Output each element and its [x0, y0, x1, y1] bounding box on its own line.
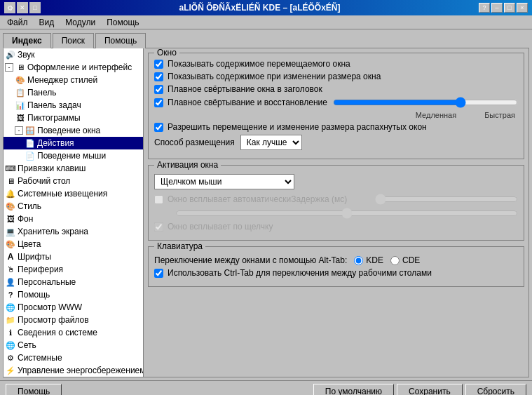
tree-item-sysinfo-label: Сведения о системе	[18, 328, 97, 337]
tree-item-screensaver[interactable]: 💻 Хранитель экрана	[4, 225, 143, 238]
tree-item-sysinfo[interactable]: ℹ Сведения о системе	[4, 326, 143, 339]
panel-icon: 📋	[15, 87, 26, 98]
tree-item-colors[interactable]: 🎨 Цвета	[4, 238, 143, 250]
tree-item-fileview[interactable]: 📁 Просмотр файлов	[4, 314, 143, 326]
minimize-btn[interactable]: –	[491, 3, 503, 13]
fonts-icon: A	[5, 251, 16, 262]
tree-item-personal[interactable]: 👤 Персональные	[4, 276, 143, 288]
menu-help[interactable]: Помощь	[102, 17, 143, 28]
tree-item-actions[interactable]: 📄 Действия	[4, 137, 143, 149]
tree-item-keybind[interactable]: ⌨ Привязки клавиш	[4, 162, 143, 175]
activation-select[interactable]: Щелчком мыши Наведением курсора При фоку…	[154, 174, 294, 189]
app-icon: ⚙	[4, 2, 15, 13]
sysnotify-icon: 🔔	[5, 188, 16, 199]
mousebehavior-icon: 📄	[25, 150, 36, 161]
checkbox-allow-move-max-label: Разрешить перемещение и изменение размер…	[168, 122, 427, 132]
tree-item-taskbar-label: Панель задач	[27, 100, 81, 110]
tree-item-bg[interactable]: 🖼 Фон	[4, 213, 143, 225]
second-slider-row	[154, 208, 518, 219]
checkbox-allow-move-max-input[interactable]	[154, 123, 163, 132]
checkbox-autofloat-input[interactable]	[154, 195, 163, 204]
radio-kde[interactable]	[354, 256, 363, 265]
radio-kde-text: KDE	[366, 255, 383, 265]
colors-icon: 🎨	[5, 239, 16, 250]
window-group-title: Окно	[154, 48, 179, 58]
checkbox-smooth-restore-input[interactable]	[154, 98, 163, 107]
alt-tab-label: Переключение между окнами с помощью Alt-…	[154, 255, 347, 265]
tree-item-power[interactable]: ⚡ Управление энергосбережением	[4, 364, 143, 377]
tree-item-periphery[interactable]: 🖱 Периферия	[4, 263, 143, 276]
delay-slider2	[175, 208, 518, 219]
smooth-slider-container	[333, 97, 518, 108]
checkbox-smooth-minimize-label: Плавное свёртывание окна в заголовок	[168, 84, 322, 94]
expand-winbehavior[interactable]: -	[15, 126, 23, 135]
help-btn[interactable]: ?	[479, 3, 490, 13]
tab-index[interactable]: Индекс	[3, 33, 51, 48]
radio-cde[interactable]	[390, 256, 400, 265]
checkbox-resize-content-input[interactable]	[154, 72, 163, 81]
close-btn[interactable]: ×	[517, 3, 528, 13]
help-button[interactable]: Помощь	[6, 384, 62, 395]
tree-item-winbehavior[interactable]: - 🪟 Поведение окна	[4, 124, 143, 137]
radio-cde-text: CDE	[402, 255, 420, 265]
tab-search[interactable]: Поиск	[53, 33, 94, 48]
checkbox-ctrl-tab-input[interactable]	[154, 269, 163, 278]
winbehavior-icon: 🪟	[25, 125, 36, 136]
delay-label-text: Задержка (мс)	[291, 194, 347, 204]
tab-help[interactable]: Помощь	[95, 33, 146, 48]
sysinfo-icon: ℹ	[5, 327, 16, 338]
tree-item-mousebehavior[interactable]: 📄 Поведение мыши	[4, 149, 143, 162]
menu-file[interactable]: Файл	[3, 17, 32, 28]
tab-bar: Индекс Поиск Помощь	[0, 29, 532, 48]
tree-item-actions-label: Действия	[37, 138, 74, 148]
checkbox-smooth-restore-label: Плавное свёртывание и восстановление	[168, 98, 327, 107]
icons-icon: 🖼	[15, 112, 26, 123]
checkbox-smooth-minimize-input[interactable]	[154, 85, 163, 94]
tree-item-desktop[interactable]: 🖥 Рабочий стол	[4, 175, 143, 187]
fileview-icon: 📁	[5, 314, 16, 326]
tree-item-panel[interactable]: 📋 Панель	[4, 86, 143, 99]
placement-select[interactable]: Как лучше Каскад Случайно	[240, 135, 302, 150]
checkbox-smooth-minimize: Плавное свёртывание окна в заголовок	[154, 84, 518, 94]
expand-decor[interactable]: -	[5, 63, 13, 72]
delay-label: Задержка (мс)	[291, 194, 347, 204]
maximize-btn[interactable]: □	[504, 3, 515, 13]
menu-view[interactable]: Вид	[35, 17, 59, 28]
tree-item-network[interactable]: 🌐 Сеть	[4, 339, 143, 352]
tree-item-style-label: Стиль	[18, 201, 41, 211]
system-icon: ⚙	[5, 352, 16, 363]
tree-item-fonts[interactable]: A Шрифты	[4, 250, 143, 263]
tree-item-style[interactable]: 🎨 Стиль	[4, 200, 143, 213]
tree-item-sound[interactable]: 🔊 Звук	[4, 48, 143, 61]
network-icon: 🌐	[5, 340, 16, 351]
icon2[interactable]: □	[29, 2, 41, 13]
tree-item-system[interactable]: ⚙ Системные	[4, 352, 143, 364]
close-icon-left[interactable]: ✕	[17, 2, 28, 13]
smooth-slider[interactable]	[333, 97, 518, 108]
default-button[interactable]: По умолчанию	[313, 384, 394, 395]
tree-item-sysnotify-label: Системные извещения	[18, 189, 107, 199]
sound-icon: 🔊	[5, 49, 16, 60]
checkbox-autofloat: Окно всплывает автоматически Задержка (м…	[154, 194, 518, 205]
checkbox-click-float: Окно всплывает по щелчку	[154, 222, 518, 232]
tree-item-styles[interactable]: 🎨 Менеджер стилей	[4, 74, 143, 86]
tree-item-icons[interactable]: 🖼 Пиктограммы	[4, 112, 143, 124]
checkbox-move-content: Показывать содержимое перемещаемого окна	[154, 59, 518, 69]
tree-item-sysnotify[interactable]: 🔔 Системные извещения	[4, 187, 143, 200]
tree-item-decor[interactable]: - 🖥 Оформление и интерфейс	[4, 61, 143, 74]
checkbox-move-content-input[interactable]	[154, 60, 163, 69]
right-panel: Окно Показывать содержимое перемещаемого…	[144, 48, 528, 377]
screensaver-icon: 💻	[5, 226, 16, 237]
checkbox-smooth-restore: Плавное свёртывание и восстановление	[154, 97, 518, 108]
slider-label-fast: Быстрая	[484, 111, 515, 119]
reset-button[interactable]: Сбросить	[465, 384, 526, 395]
slider-label-slow: Медленная	[416, 111, 456, 119]
desktop-icon: 🖥	[5, 175, 16, 187]
save-button[interactable]: Сохранить	[397, 384, 463, 395]
menu-modules[interactable]: Модули	[61, 17, 100, 28]
tree-item-taskbar[interactable]: 📊 Панель задач	[4, 99, 143, 112]
titlebar: ⚙ ✕ □ aLIÕÑ ÕÐÑÃxËLIÉÑ KDE – [aLÉÕÕxÉÑ] …	[0, 0, 532, 15]
tree-item-www[interactable]: 🌐 Просмотр WWW	[4, 301, 143, 314]
tree-item-help[interactable]: ? Помощь	[4, 288, 143, 301]
tree-item-screensaver-label: Хранитель экрана	[18, 227, 88, 236]
